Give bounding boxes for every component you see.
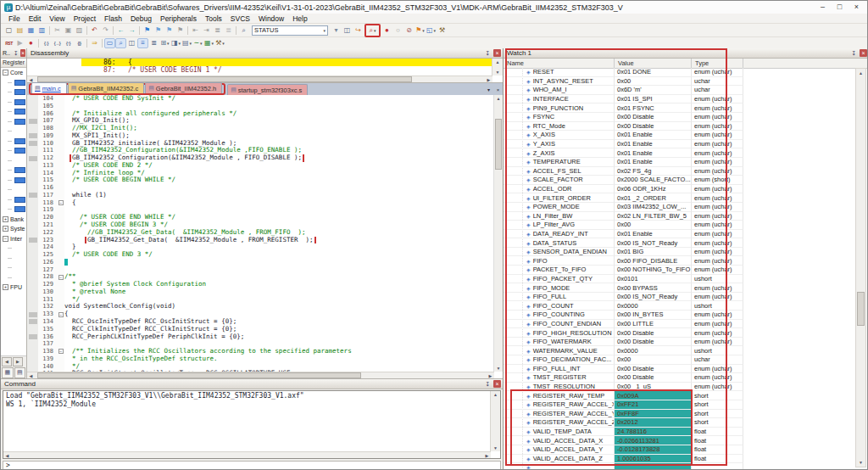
pin-icon[interactable]: ↧ — [484, 380, 492, 388]
watch-row-xaxis[interactable]: ◈X_AXIS0x01 Enableenum (uchar) — [504, 131, 868, 140]
disassembly-content[interactable]: 86: {87: /* USER CODE BEGIN 1 */ — [27, 59, 492, 76]
watch-row-yaxis[interactable]: ◈Y_AXIS0x01 Enableenum (uchar) — [504, 140, 868, 149]
save-icon[interactable]: ▦ — [25, 25, 36, 36]
watch-row-fifofull[interactable]: ◈FIFO_FULL0x00 IS_NOT_Readyenum (uchar) — [504, 293, 868, 302]
editor-horizontal-scrollbar[interactable]: ◀ ▶ — [27, 372, 494, 378]
editor-vertical-scrollbar[interactable]: ▲ ▼ — [493, 95, 503, 372]
navigate-forward-icon[interactable]: → — [126, 25, 137, 36]
breakpoint-margin[interactable] — [27, 363, 38, 371]
breakpoint-margin[interactable] — [27, 281, 38, 288]
watch-row-reset[interactable]: ◈RESET0x01 DONEenum (uchar) — [504, 68, 868, 77]
fold-icon[interactable]: − — [58, 312, 64, 317]
indent-right-icon[interactable]: ⇥ — [201, 25, 212, 36]
expander-icon[interactable]: + — [3, 226, 8, 232]
scroll-up-icon[interactable]: ▲ — [496, 59, 500, 65]
watch-row-fsync[interactable]: ◈FSYNC0x00 Disableenum (uchar) — [504, 113, 868, 122]
stop-debug-icon[interactable]: ● — [25, 38, 36, 48]
analysis-windows-icon[interactable]: ∼▾ — [192, 38, 203, 48]
expander-icon[interactable]: − — [3, 236, 8, 242]
watch-row-pin9function[interactable]: ◈PIN9_FUNCTION0x01 FSYNCenum (uchar) — [504, 104, 868, 113]
watch-row-datastatus[interactable]: ◈DATA_STATUS0x00 IS_NOT_Readyenum (uchar… — [504, 238, 868, 248]
watch-row-rtcmode[interactable]: ◈RTC_Mode0x00 Disableenum (uchar) — [504, 122, 868, 131]
system-viewer-icon[interactable]: ▦▾ — [203, 38, 214, 48]
scroll-right-icon[interactable]: ▶ — [483, 453, 491, 458]
fold-icon[interactable]: − — [58, 200, 64, 205]
bookmark-prev-icon[interactable]: ⚑ — [153, 25, 164, 36]
tab-startup-stm32f303xc-s[interactable]: ▤startup_stm32f303xc.s — [227, 84, 308, 95]
command-vertical-scrollbar[interactable]: ▲ ▼ — [490, 391, 500, 451]
breakpoint-margin[interactable] — [27, 273, 38, 281]
watch-row-fifowatermark[interactable]: ◈FIFO_WATERMARK0x00 Disableenum (uchar) — [504, 338, 868, 347]
watch-row-fifocounting[interactable]: ◈FIFO_COUNTING0x00 IN_BYTESenum (uchar) — [504, 311, 868, 320]
disable-all-breakpoints-icon[interactable]: ⊘ — [403, 25, 415, 36]
watch-row-registerrawtemp[interactable]: ◈REGISTER_RAW_TEMP0x009Ashort — [504, 391, 868, 400]
breakpoint-margin[interactable] — [27, 140, 38, 148]
scroll-up-icon[interactable]: ▲ — [497, 95, 501, 102]
registers-column-header[interactable]: Register — [1, 59, 26, 68]
tab-gebrabit-iim42352-h[interactable]: ▤GebraBit_IIM42352.h — [145, 82, 222, 93]
scrollbar-thumb[interactable] — [857, 292, 865, 326]
scrollbar-thumb[interactable] — [37, 76, 412, 82]
register-row[interactable] — [1, 273, 26, 283]
register-row[interactable] — [1, 156, 26, 166]
find-icon[interactable]: ⌕ — [238, 25, 249, 36]
breakpoint-margin[interactable] — [27, 199, 38, 207]
watch-row-datareadyint[interactable]: ◈DATA_READY_INT0x01 Enableenum (uchar) — [504, 230, 868, 239]
breakpoint-margin[interactable] — [27, 117, 38, 125]
breakpoint-margin[interactable] — [27, 311, 38, 318]
bookmark-clear-icon[interactable]: ⚑ — [175, 25, 186, 36]
scroll-left-icon[interactable]: ◀ — [27, 373, 35, 378]
breakpoint-margin[interactable] — [27, 192, 38, 199]
register-row[interactable] — [1, 137, 26, 147]
column-header-type[interactable]: Type — [692, 59, 743, 68]
scroll-right-icon[interactable]: ▶ — [485, 77, 492, 82]
call-stack-window-icon[interactable]: ≣ — [148, 38, 159, 48]
bookmark-next-icon[interactable]: ⚑ — [164, 25, 175, 36]
reset-icon[interactable]: RST — [3, 38, 14, 48]
menu-svcs[interactable]: SVCS — [226, 14, 254, 23]
breakpoint-margin[interactable] — [27, 348, 38, 355]
watch-row-sensordataendian[interactable]: ◈SENSOR_DATA_ENDIAN0x01 BIGenum (uchar) — [504, 248, 868, 257]
close-icon[interactable]: × — [20, 49, 25, 57]
debug-views-icon[interactable]: ◱▾ — [426, 25, 437, 36]
breakpoint-margin[interactable] — [27, 162, 38, 170]
new-file-icon[interactable]: ▢ — [3, 25, 14, 36]
watch-row-interface[interactable]: ◈INTERFACE0x01 IS_SPIenum (uchar) — [504, 95, 868, 104]
redo-icon[interactable]: ↷ — [100, 25, 111, 36]
step-over-icon[interactable]: {→} — [52, 38, 63, 48]
close-icon[interactable]: × — [860, 49, 867, 57]
symbol-window-icon[interactable]: ◫ — [126, 38, 137, 48]
watch-row-validacceldatax[interactable]: ◈VALID_ACCEL_DATA_X-0.0266113281float — [504, 436, 868, 445]
scrollbar-thumb[interactable] — [495, 119, 502, 170]
watch-windows-icon[interactable]: ⊞▾ — [159, 38, 170, 48]
save-all-icon[interactable]: ▥ — [36, 25, 47, 36]
breakpoint-margin[interactable] — [27, 184, 38, 192]
watch-row-lpfilteravg[interactable]: ◈LP_Filter_AVG0x00enum (uchar) — [504, 221, 868, 230]
register-group-bank[interactable]: +Bank — [1, 215, 26, 225]
breakpoint-margin[interactable] — [27, 288, 38, 296]
register-row[interactable] — [1, 87, 26, 98]
menu-tools[interactable]: Tools — [201, 14, 226, 23]
register-row[interactable] — [1, 146, 26, 156]
breakpoint-margin[interactable] — [27, 340, 38, 348]
watch-row-registerrawaccely[interactable]: ◈REGISTER_RAW_ACCEL_Y0xFF8Fshort — [504, 410, 868, 419]
watch-row-fifodecimationfac[interactable]: ◈FIFO_DECIMATION_FAC...0x00uchar — [504, 355, 868, 365]
scroll-right-icon[interactable]: ▶ — [13, 357, 23, 366]
watch-row-whoami[interactable]: ◈WHO_AM_I0x6D 'm'uchar — [504, 86, 868, 95]
command-output-area[interactable]: Load "GebraBit_IIM42352_STM32F303_V1\\Ge… — [3, 390, 501, 459]
menu-file[interactable]: File — [4, 14, 25, 23]
scroll-left-icon[interactable]: ◀ — [3, 453, 11, 458]
navigate-back-icon[interactable]: ← — [115, 25, 126, 36]
register-group-core[interactable]: −Core — [1, 68, 26, 78]
breakpoint-margin[interactable] — [27, 206, 38, 214]
memory-windows-icon[interactable]: ◨▾ — [170, 38, 181, 48]
register-group-inter[interactable]: −Inter — [1, 234, 26, 244]
breakpoint-margin[interactable] — [27, 326, 38, 333]
cut-icon[interactable]: ✂ — [52, 25, 63, 36]
watch-row-accelodr[interactable]: ◈ACCEL_ODR0x06 ODR_1KHzenum (uchar) — [504, 185, 868, 194]
registers-window-icon[interactable]: ≡ — [137, 38, 148, 48]
breakpoint-margin[interactable] — [27, 132, 38, 140]
menu-flash[interactable]: Flash — [100, 14, 126, 23]
watch-row-uifilterorder[interactable]: ◈UI_FILTER_ORDER0x01 _2_ORDERenum (uchar… — [504, 193, 868, 203]
breakpoint-margin[interactable] — [27, 154, 38, 162]
